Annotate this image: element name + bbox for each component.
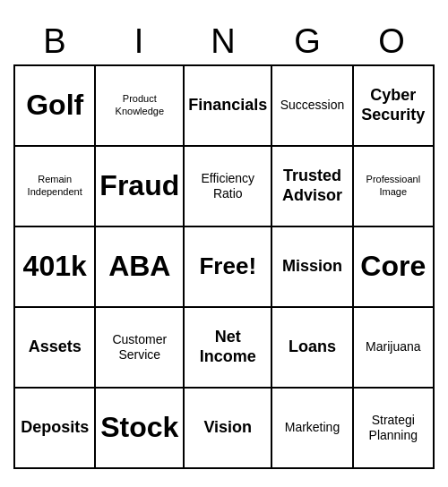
cell-text: Marijuana	[366, 339, 420, 355]
cell-text: Stock	[100, 410, 178, 444]
cell-text: Core	[360, 249, 426, 283]
cell-text: Vision	[203, 418, 252, 438]
cell-text: Customer Service	[99, 332, 179, 363]
cell-text: Mission	[282, 257, 342, 277]
bingo-cell: Product Knowledge	[96, 66, 185, 147]
bingo-cell: Strategi Planning	[354, 389, 435, 469]
bingo-card: BINGO GolfProduct KnowledgeFinancialsSuc…	[13, 19, 435, 469]
cell-text: Financials	[188, 96, 267, 115]
bingo-cell: Deposits	[15, 389, 96, 469]
cell-text: Trusted Advisor	[276, 167, 348, 205]
bingo-cell: Trusted Advisor	[272, 147, 353, 227]
cell-text: 401k	[23, 249, 87, 283]
bingo-header: BINGO	[13, 19, 435, 64]
bingo-cell: Free!	[185, 227, 272, 308]
header-letter: N	[182, 19, 266, 64]
bingo-cell: Golf	[15, 66, 96, 147]
header-letter: B	[13, 19, 98, 64]
bingo-cell: Marijuana	[354, 308, 435, 389]
bingo-cell: Professioanl Image	[354, 147, 435, 227]
cell-text: Fraud	[99, 168, 179, 202]
bingo-cell: ABA	[96, 227, 185, 308]
bingo-cell: Marketing	[272, 389, 353, 469]
cell-text: ABA	[108, 249, 170, 283]
cell-text: Deposits	[21, 418, 89, 438]
bingo-cell: Succession	[272, 66, 353, 147]
header-letter: G	[266, 19, 350, 64]
cell-text: Professioanl Image	[358, 174, 429, 197]
cell-text: Net Income	[188, 328, 267, 366]
bingo-cell: Vision	[185, 389, 272, 469]
bingo-cell: Assets	[15, 308, 96, 389]
cell-text: Golf	[26, 88, 83, 122]
cell-text: Remain Independent	[19, 174, 90, 197]
bingo-cell: Stock	[96, 389, 185, 469]
bingo-cell: Financials	[185, 66, 272, 147]
bingo-cell: Net Income	[185, 308, 272, 389]
bingo-cell: Efficiency Ratio	[185, 147, 272, 227]
bingo-cell: Cyber Security	[354, 66, 435, 147]
cell-text: Free!	[199, 252, 256, 280]
header-letter: I	[98, 19, 182, 64]
cell-text: Product Knowledge	[99, 93, 179, 116]
bingo-cell: Core	[354, 227, 435, 308]
bingo-cell: Customer Service	[96, 308, 185, 389]
cell-text: Efficiency Ratio	[188, 171, 267, 201]
header-letter: O	[350, 19, 435, 64]
bingo-grid: GolfProduct KnowledgeFinancialsSuccessio…	[13, 64, 435, 469]
bingo-cell: 401k	[15, 227, 96, 308]
cell-text: Assets	[29, 337, 82, 357]
cell-text: Succession	[280, 98, 345, 113]
bingo-cell: Loans	[272, 308, 353, 389]
bingo-cell: Mission	[272, 227, 353, 308]
cell-text: Loans	[289, 337, 336, 357]
cell-text: Strategi Planning	[358, 413, 429, 443]
bingo-cell: Remain Independent	[15, 147, 96, 227]
bingo-cell: Fraud	[96, 147, 185, 227]
cell-text: Cyber Security	[358, 86, 429, 124]
cell-text: Marketing	[285, 420, 340, 435]
